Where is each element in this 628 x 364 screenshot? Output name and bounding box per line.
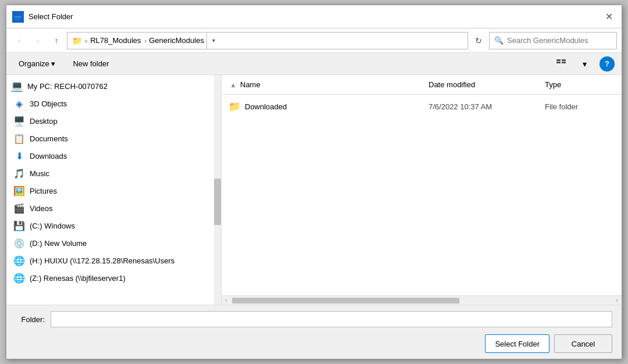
pc-label: My PC: RECH-0070762 [27, 82, 108, 91]
table-row[interactable]: 📁 Downloaded 7/6/2022 10:37 AM File fold… [222, 97, 622, 116]
pc-icon: 💻 [11, 80, 23, 92]
file-list: 📁 Downloaded 7/6/2022 10:37 AM File fold… [222, 95, 622, 295]
sidebar-content: 💻 My PC: RECH-0070762 ◈ 3D Objects 🖥️ De… [6, 75, 221, 305]
sidebar-item-music[interactable]: 🎵 Music [6, 165, 221, 182]
toolbar: Organize ▾ New folder ▾ ? [6, 53, 622, 75]
file-area: ▲ Name Date modified Type 📁 Downloaded 7… [222, 75, 622, 305]
sidebar-item-z-drive[interactable]: 🌐 (Z:) Renesas (\\bjfileserver1) [6, 269, 221, 287]
help-button[interactable]: ? [600, 56, 615, 72]
button-row: Select Folder Cancel [16, 334, 612, 353]
downloads-icon: ⬇ [13, 150, 25, 162]
svg-rect-3 [556, 59, 561, 61]
videos-icon: 🎬 [13, 202, 25, 214]
sidebar-item-pictures[interactable]: 🖼️ Pictures [6, 182, 221, 199]
forward-button[interactable]: › [30, 33, 46, 49]
h-scroll-thumb[interactable] [232, 298, 459, 304]
refresh-button[interactable]: ↻ [470, 33, 487, 49]
sidebar-label-downloads: Downloads [30, 152, 67, 160]
sidebar-item-videos[interactable]: 🎬 Videos [6, 199, 221, 217]
dialog-title: Select Folder [28, 12, 73, 21]
nav-bar: ‹ › ↑ 📁 « RL78_Modules › GenericModules … [6, 28, 622, 53]
file-date: 7/6/2022 10:37 AM [429, 102, 545, 111]
back-button[interactable]: ‹ [11, 33, 27, 49]
folder-label: Folder: [16, 315, 45, 324]
view-options-button[interactable] [553, 56, 569, 72]
h-scroll-track[interactable] [232, 298, 611, 304]
sidebar-label-h-drive: (H:) HUIXU (\\172.28.15.28\Renesas\Users [30, 256, 174, 265]
organize-button[interactable]: Organize ▾ [13, 57, 60, 70]
sidebar-label-music: Music [30, 169, 49, 178]
sidebar-label-3dobjects: 3D Objects [30, 99, 67, 108]
title-bar: Select Folder ✕ [6, 5, 622, 28]
sidebar-item-desktop[interactable]: 🖥️ Desktop [6, 112, 221, 130]
sidebar-label-z-drive: (Z:) Renesas (\\bjfileserver1) [30, 274, 126, 283]
new-folder-button[interactable]: New folder [67, 57, 114, 70]
view-dropdown-button[interactable]: ▾ [576, 56, 593, 72]
address-part-generic[interactable]: GenericModules [149, 36, 204, 45]
music-icon: 🎵 [13, 167, 25, 179]
file-name: Downloaded [245, 102, 429, 111]
bottom-area: Folder: Select Folder Cancel [6, 305, 622, 359]
close-button[interactable]: ✕ [602, 10, 616, 24]
z-drive-icon: 🌐 [13, 272, 25, 284]
col-header-date[interactable]: Date modified [429, 80, 545, 89]
sidebar-item-documents[interactable]: 📋 Documents [6, 130, 221, 147]
file-list-header: ▲ Name Date modified Type [222, 75, 622, 95]
sidebar-label-pictures: Pictures [30, 187, 57, 195]
sidebar-label-documents: Documents [30, 134, 68, 143]
h-drive-icon: 🌐 [13, 255, 25, 266]
sidebar-label-desktop: Desktop [30, 117, 58, 126]
pictures-icon: 🖼️ [13, 185, 25, 197]
c-drive-icon: 💾 [13, 220, 25, 231]
sidebar-label-videos: Videos [30, 204, 53, 213]
sidebar-item-3dobjects[interactable]: ◈ 3D Objects [6, 95, 221, 112]
search-input[interactable] [507, 36, 612, 45]
up-button[interactable]: ↑ [48, 33, 65, 49]
address-sep: « [84, 37, 88, 44]
sidebar-item-downloads[interactable]: ⬇ Downloads [6, 147, 221, 165]
sidebar-label-d-drive: (D:) New Volume [30, 239, 87, 248]
sidebar-item-c-drive[interactable]: 💾 (C:) Windows [6, 217, 221, 234]
svg-rect-4 [556, 62, 561, 63]
folder-input-row: Folder: [16, 311, 612, 327]
h-scroll-right-btn[interactable]: › [612, 297, 622, 304]
col-header-type[interactable]: Type [545, 80, 615, 89]
desktop-icon: 🖥️ [13, 115, 25, 127]
svg-rect-5 [562, 59, 566, 61]
sidebar: 💻 My PC: RECH-0070762 ◈ 3D Objects 🖥️ De… [6, 75, 222, 305]
sidebar-item-d-drive[interactable]: 💿 (D:) New Volume [6, 234, 221, 252]
3dobjects-icon: ◈ [13, 98, 25, 109]
select-folder-button[interactable]: Select Folder [485, 334, 550, 353]
col-header-name[interactable]: Name [238, 80, 429, 89]
search-icon: 🔍 [494, 36, 504, 45]
documents-icon: 📋 [13, 133, 25, 144]
folder-icon: 📁 [229, 101, 240, 112]
address-bar: 📁 « RL78_Modules › GenericModules ▾ [67, 32, 468, 49]
h-scroll-left-btn[interactable]: ‹ [222, 297, 231, 304]
address-part-rl78[interactable]: RL78_Modules [90, 36, 141, 45]
address-folder-icon: 📁 [72, 36, 82, 45]
cancel-button[interactable]: Cancel [554, 334, 612, 353]
main-area: 💻 My PC: RECH-0070762 ◈ 3D Objects 🖥️ De… [6, 75, 622, 305]
address-dropdown-button[interactable]: ▾ [206, 32, 220, 49]
folder-input[interactable] [51, 311, 612, 327]
sidebar-item-pc[interactable]: 💻 My PC: RECH-0070762 [6, 77, 221, 95]
select-folder-dialog: Select Folder ✕ ‹ › ↑ 📁 « RL78_Modules ›… [6, 5, 622, 359]
d-drive-icon: 💿 [13, 237, 25, 249]
address-chevron: › [145, 37, 147, 44]
svg-rect-2 [15, 14, 17, 15]
view-icon [556, 59, 566, 69]
sidebar-scrollbar-thumb[interactable] [214, 179, 221, 225]
sidebar-item-h-drive[interactable]: 🌐 (H:) HUIXU (\\172.28.15.28\Renesas\Use… [6, 252, 221, 269]
horizontal-scrollbar[interactable]: ‹ › [222, 295, 622, 305]
svg-rect-6 [562, 62, 566, 63]
sidebar-label-c-drive: (C:) Windows [30, 222, 75, 230]
sidebar-scrollbar-track[interactable] [214, 75, 221, 305]
file-type: File folder [545, 102, 615, 111]
title-bar-left: Select Folder [12, 11, 73, 23]
dialog-icon [12, 11, 24, 23]
sort-up-icon[interactable]: ▲ [229, 81, 238, 88]
search-box: 🔍 [489, 32, 617, 49]
